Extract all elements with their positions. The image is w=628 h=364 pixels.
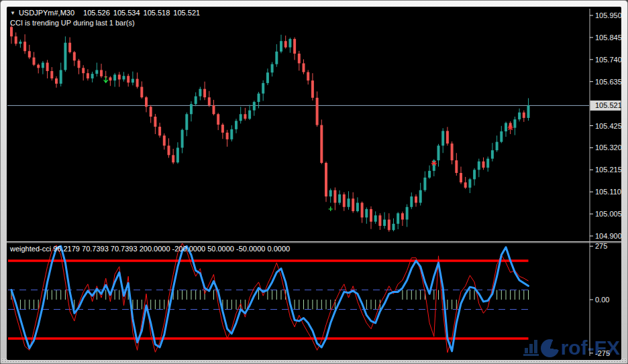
terminal-window: rof-FX 105.950105.845105.740105.635105.4… [0,0,628,364]
svg-text:-275: -275 [595,349,610,357]
cci-level-lines [8,261,529,339]
symbol-dropdown-icon[interactable]: ▼ [10,10,15,16]
svg-text:275: 275 [595,242,607,250]
cci-signal-line [11,246,529,351]
svg-text:105.950: 105.950 [595,11,621,19]
chart-header: ▼ USDJPYm#,M30 105.526 105.534 105.518 1… [10,9,200,17]
indicator-pane [8,243,529,353]
candlestick-series [10,24,530,232]
svg-text:105.320: 105.320 [595,143,621,151]
svg-text:105.425: 105.425 [595,122,621,130]
symbol-label: USDJPYm#,M30 [19,9,74,17]
svg-text:105.845: 105.845 [595,34,621,42]
quote-open: 105.526 [83,9,110,17]
chart-canvas[interactable]: 105.950105.845105.740105.635105.425105.3… [7,7,621,360]
pane-separator[interactable] [7,241,621,243]
svg-text:105.005: 105.005 [595,210,621,218]
svg-text:0.00: 0.00 [595,296,609,304]
indicator-header: weighted-cci 96.2179 70.7393 70.7393 200… [10,245,290,253]
svg-text:104.900: 104.900 [595,232,621,240]
chart-surface[interactable]: rof-FX 105.950105.845105.740105.635105.4… [7,7,621,360]
svg-text:105.521: 105.521 [595,101,621,109]
svg-text:105.635: 105.635 [595,78,621,86]
quote-close: 105.521 [173,9,200,17]
svg-text:105.110: 105.110 [595,188,621,196]
price-axis[interactable]: 105.950105.845105.740105.635105.425105.3… [590,9,621,357]
quote-low: 105.518 [144,9,170,17]
svg-text:105.740: 105.740 [595,56,621,64]
main-pane [7,24,590,232]
svg-text:105.215: 105.215 [595,166,621,174]
cci-alert-text: CCI is trending UP during last 1 bar(s) [10,19,135,27]
quote-high: 105.534 [113,9,140,17]
